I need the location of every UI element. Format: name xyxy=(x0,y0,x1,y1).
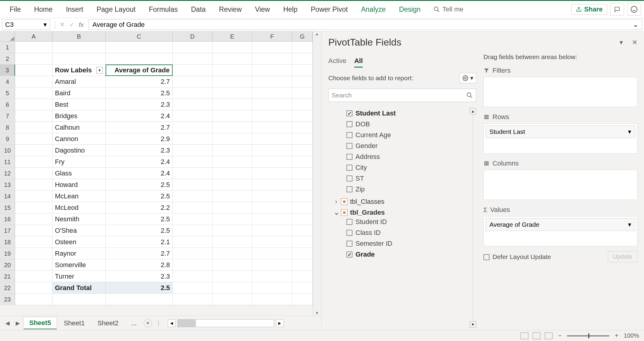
cell[interactable] xyxy=(173,53,212,65)
table-node[interactable]: ›tbl_Classes xyxy=(328,198,469,206)
cell[interactable] xyxy=(173,213,212,225)
cell[interactable]: 2.5 xyxy=(106,282,173,294)
cell[interactable] xyxy=(292,236,313,248)
checkbox-icon[interactable] xyxy=(346,154,352,160)
fields-settings-button[interactable]: ▾ xyxy=(460,73,476,83)
cell[interactable]: 2.3 xyxy=(106,99,173,110)
cell[interactable] xyxy=(173,294,212,305)
row-header[interactable]: 13 xyxy=(0,179,15,191)
page-layout-view-icon[interactable] xyxy=(533,333,540,339)
row-header[interactable]: 23 xyxy=(0,294,15,305)
cell[interactable]: 2.4 xyxy=(106,110,173,122)
field-item[interactable]: Zip xyxy=(328,184,469,195)
cell[interactable] xyxy=(252,248,292,259)
cell[interactable] xyxy=(252,225,292,236)
cell[interactable]: 2.3 xyxy=(106,271,173,282)
row-header[interactable]: 22 xyxy=(0,282,15,294)
cell[interactable] xyxy=(173,271,212,282)
defer-layout-checkbox[interactable]: Defer Layout Update xyxy=(483,253,551,260)
cell[interactable]: 2.8 xyxy=(106,259,173,271)
zoom-out-button[interactable]: − xyxy=(558,332,562,339)
values-dropzone[interactable]: Average of Grade▾ xyxy=(483,216,637,246)
comments-button[interactable] xyxy=(610,3,624,16)
col-header-b[interactable]: B xyxy=(53,31,106,42)
cell[interactable] xyxy=(212,145,252,156)
sheet-tab-sheet1[interactable]: Sheet1 xyxy=(58,317,91,329)
cell[interactable]: Somerville xyxy=(53,259,106,271)
cell[interactable] xyxy=(15,202,53,213)
cell[interactable] xyxy=(292,122,313,133)
field-item[interactable]: Grade xyxy=(328,249,469,260)
cell[interactable] xyxy=(15,145,53,156)
checkbox-icon[interactable] xyxy=(346,251,352,257)
cell[interactable]: Glass xyxy=(53,168,106,179)
cell[interactable] xyxy=(173,156,212,168)
cell[interactable] xyxy=(212,168,252,179)
field-item[interactable]: Student Last xyxy=(328,108,469,119)
vertical-scrollbar[interactable]: ▲ xyxy=(313,31,321,42)
cell[interactable] xyxy=(252,145,292,156)
cell[interactable] xyxy=(252,202,292,213)
cell[interactable] xyxy=(106,53,173,65)
cell[interactable]: Average of Grade xyxy=(106,65,173,76)
sheet-tab-sheet5[interactable]: Sheet5 xyxy=(24,317,57,329)
cell[interactable] xyxy=(15,282,53,294)
cell[interactable] xyxy=(252,282,292,294)
filter-dropdown-icon[interactable]: ▾ xyxy=(96,67,103,74)
cell[interactable] xyxy=(53,294,106,305)
field-item[interactable]: City xyxy=(328,162,469,173)
field-item[interactable]: DOB xyxy=(328,119,469,130)
cell[interactable]: Best xyxy=(53,99,106,110)
cell[interactable] xyxy=(15,225,53,236)
cell[interactable]: McLeod xyxy=(53,202,106,213)
cell[interactable]: 2.5 xyxy=(106,87,173,99)
cell[interactable]: 2.7 xyxy=(106,248,173,259)
cell[interactable] xyxy=(212,271,252,282)
row-header[interactable]: 18 xyxy=(0,236,15,248)
cell[interactable] xyxy=(15,133,53,145)
cell[interactable]: Grand Total xyxy=(53,282,106,294)
cell[interactable]: McLean xyxy=(53,191,106,202)
cell[interactable] xyxy=(252,191,292,202)
cell[interactable] xyxy=(15,213,53,225)
cell[interactable]: 2.5 xyxy=(106,191,173,202)
cell[interactable]: 2.5 xyxy=(106,213,173,225)
row-header[interactable]: 2 xyxy=(0,53,15,65)
select-all-corner[interactable] xyxy=(0,31,15,42)
cell[interactable]: 2.4 xyxy=(106,156,173,168)
filters-dropzone[interactable] xyxy=(483,77,637,107)
cell[interactable]: O'Shea xyxy=(53,225,106,236)
cell[interactable]: 2.1 xyxy=(106,236,173,248)
zoom-in-button[interactable]: + xyxy=(615,332,618,339)
checkbox-icon[interactable] xyxy=(346,110,352,116)
cell[interactable] xyxy=(15,179,53,191)
cell[interactable] xyxy=(106,42,173,53)
cell[interactable] xyxy=(212,236,252,248)
col-header-a[interactable]: A xyxy=(15,31,53,42)
fields-scrollbar[interactable]: ▲ ▼ xyxy=(470,108,476,328)
cell[interactable] xyxy=(173,168,212,179)
horizontal-scrollbar[interactable]: ◀ ▶ xyxy=(168,319,318,327)
row-header[interactable]: 20 xyxy=(0,259,15,271)
cell[interactable]: 2.7 xyxy=(106,76,173,87)
checkbox-icon[interactable] xyxy=(346,143,352,149)
cell[interactable] xyxy=(15,65,53,76)
cell[interactable] xyxy=(292,282,313,294)
page-break-view-icon[interactable] xyxy=(545,333,553,339)
checkbox-icon[interactable] xyxy=(346,241,352,247)
hscroll-track[interactable] xyxy=(177,319,274,327)
cell[interactable] xyxy=(212,179,252,191)
cell[interactable] xyxy=(15,191,53,202)
checkbox-icon[interactable] xyxy=(346,219,352,225)
tab-insert[interactable]: Insert xyxy=(59,5,90,14)
field-item[interactable]: Current Age xyxy=(328,130,469,141)
cell[interactable] xyxy=(15,87,53,99)
cell[interactable]: Amaral xyxy=(53,76,106,87)
row-header[interactable]: 11 xyxy=(0,156,15,168)
cell[interactable] xyxy=(15,271,53,282)
col-header-g[interactable]: G xyxy=(292,31,313,42)
cell[interactable] xyxy=(15,259,53,271)
cell[interactable] xyxy=(292,99,313,110)
field-item[interactable]: Student ID xyxy=(328,216,469,227)
row-header[interactable]: 6 xyxy=(0,99,15,110)
